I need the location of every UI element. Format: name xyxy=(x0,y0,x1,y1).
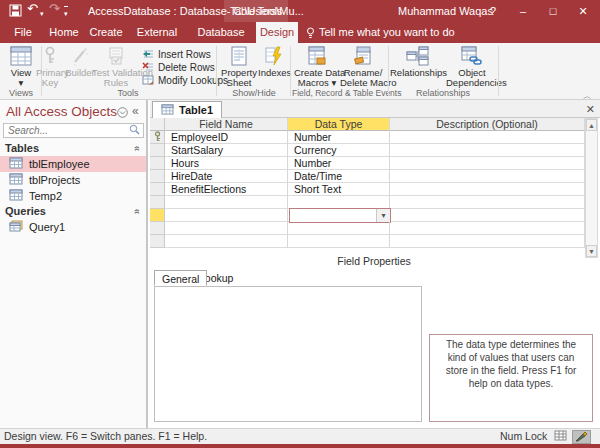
field-name-cell[interactable] xyxy=(165,209,288,222)
sidebar-item-Query1[interactable]: Query1 xyxy=(0,219,146,235)
row-selector[interactable] xyxy=(150,183,165,196)
collapse-group-icon[interactable]: » xyxy=(129,209,144,215)
current-row-selector[interactable] xyxy=(150,209,165,222)
property-sheet-panel[interactable] xyxy=(154,286,422,422)
tab-database-tools[interactable]: Database Tools xyxy=(188,22,254,43)
undo-button[interactable]: ↶ xyxy=(27,3,38,15)
collapse-group-icon[interactable]: » xyxy=(129,146,144,152)
shutter-bar-close-icon[interactable]: « xyxy=(132,104,139,118)
field-row-hours: Hours Number xyxy=(150,157,585,170)
tab-create[interactable]: Create xyxy=(86,22,126,43)
data-type-cell[interactable]: Currency xyxy=(288,144,390,157)
maximize-button[interactable]: □ xyxy=(542,0,564,22)
table-icon xyxy=(9,189,23,203)
row-selector[interactable] xyxy=(150,196,165,209)
description-cell[interactable] xyxy=(390,157,585,170)
indexes-button[interactable]: Indexes xyxy=(258,46,290,78)
field-name-cell[interactable]: HireDate xyxy=(165,170,288,183)
rename-delete-macro-button[interactable]: Rename/ Delete Macro xyxy=(340,46,386,88)
description-cell[interactable] xyxy=(390,235,585,248)
close-document-icon[interactable]: ✕ xyxy=(586,102,595,116)
data-type-combo-box[interactable]: ▾ xyxy=(289,208,391,223)
field-name-cell[interactable] xyxy=(165,222,288,235)
sidebar-item-tblProjects[interactable]: tblProjects xyxy=(0,172,146,188)
primary-key-button[interactable]: Primary Key xyxy=(36,46,64,88)
tell-me-box[interactable]: Tell me what you want to do xyxy=(319,22,455,43)
grid-header-row: Field Name Data Type Description (Option… xyxy=(150,118,585,131)
tab-external-data[interactable]: External Data xyxy=(128,22,186,43)
tab-design[interactable]: Design xyxy=(256,22,298,43)
create-data-macros-button[interactable]: Create Data Macros ▾ xyxy=(294,46,340,88)
description-cell[interactable] xyxy=(390,144,585,157)
document-tab-table1[interactable]: Table1 xyxy=(152,101,222,118)
account-user-name[interactable]: Muhammad Waqas xyxy=(398,0,493,22)
field-name-cell[interactable] xyxy=(165,235,288,248)
description-cell[interactable] xyxy=(390,170,585,183)
object-dependencies-button[interactable]: Object Dependencies xyxy=(446,46,498,88)
tab-general[interactable]: General xyxy=(154,270,207,286)
redo-button[interactable]: ↷ xyxy=(49,3,60,15)
close-button[interactable]: ✕ xyxy=(572,0,594,22)
row-selector[interactable] xyxy=(150,170,165,183)
modify-lookups-icon xyxy=(142,74,154,88)
data-type-cell[interactable] xyxy=(288,222,390,235)
field-name-cell[interactable]: StartSalary xyxy=(165,144,288,157)
current-field-row: ▾ xyxy=(150,209,585,222)
design-view-button[interactable] xyxy=(572,430,591,444)
column-header-field-name[interactable]: Field Name xyxy=(165,118,288,131)
description-cell[interactable] xyxy=(390,209,585,222)
row-selector-header[interactable] xyxy=(150,118,165,131)
description-cell[interactable] xyxy=(390,222,585,235)
row-selector[interactable] xyxy=(150,235,165,248)
field-name-cell[interactable]: Hours xyxy=(165,157,288,170)
row-selector[interactable] xyxy=(150,131,165,144)
row-selector[interactable] xyxy=(150,222,165,235)
nav-menu-icon[interactable] xyxy=(117,107,128,120)
column-header-data-type[interactable]: Data Type xyxy=(288,118,390,131)
datasheet-view-button[interactable] xyxy=(551,430,570,444)
description-cell[interactable] xyxy=(390,183,585,196)
data-type-cell[interactable]: Short Text xyxy=(288,183,390,196)
row-selector[interactable] xyxy=(150,157,165,170)
field-name-cell[interactable]: BenefitElections xyxy=(165,183,288,196)
search-input[interactable] xyxy=(4,125,129,136)
combo-dropdown-icon[interactable]: ▾ xyxy=(376,209,390,222)
column-header-description[interactable]: Description (Optional) xyxy=(390,118,585,131)
tab-file[interactable]: File xyxy=(6,22,40,43)
nav-group-tables[interactable]: Tables » xyxy=(0,141,146,156)
tab-home[interactable]: Home xyxy=(44,22,84,43)
search-icon[interactable] xyxy=(129,124,140,137)
nav-search-box[interactable] xyxy=(3,123,144,138)
primary-key-icon xyxy=(153,131,162,142)
insert-rows-button[interactable]: Insert Rows xyxy=(142,48,211,61)
scroll-up-icon[interactable]: ▲ xyxy=(586,119,597,131)
nav-group-queries[interactable]: Queries » xyxy=(0,204,146,219)
customize-quick-access-icon[interactable]: ▾ xyxy=(64,6,68,20)
minimize-button[interactable]: – xyxy=(512,0,534,22)
delete-rows-button[interactable]: Delete Rows xyxy=(142,61,215,74)
empty-field-row xyxy=(150,235,585,248)
save-icon[interactable] xyxy=(9,4,22,19)
group-separator xyxy=(498,46,499,96)
property-sheet-button[interactable]: Property Sheet xyxy=(220,46,258,88)
data-type-cell[interactable]: Number xyxy=(288,157,390,170)
group-label-relationships: Relationships xyxy=(390,88,496,98)
view-button[interactable]: View ▾ xyxy=(6,46,36,88)
help-button[interactable]: ? xyxy=(482,0,504,22)
relationships-button[interactable]: Relationships xyxy=(390,46,446,78)
context-tab-group[interactable]: Table Tools xyxy=(224,0,288,22)
group-separator xyxy=(216,46,217,96)
description-cell[interactable] xyxy=(390,131,585,144)
grid-vertical-scrollbar[interactable]: ▲ ▼ xyxy=(585,118,598,258)
data-type-cell[interactable] xyxy=(288,235,390,248)
sidebar-item-tblEmployee[interactable]: tblEmployee xyxy=(0,156,146,172)
sidebar-item-Temp2[interactable]: Temp2 xyxy=(0,188,146,204)
data-type-cell[interactable]: Date/Time xyxy=(288,170,390,183)
description-cell[interactable] xyxy=(390,196,585,209)
test-validation-rules-button[interactable]: Test Validation Rules xyxy=(92,46,140,88)
field-name-cell[interactable] xyxy=(165,196,288,209)
data-type-cell[interactable]: Number xyxy=(288,131,390,144)
row-selector[interactable] xyxy=(150,144,165,157)
undo-dropdown-icon[interactable]: ▾ xyxy=(40,8,44,20)
field-name-cell[interactable]: EmployeeID xyxy=(165,131,288,144)
